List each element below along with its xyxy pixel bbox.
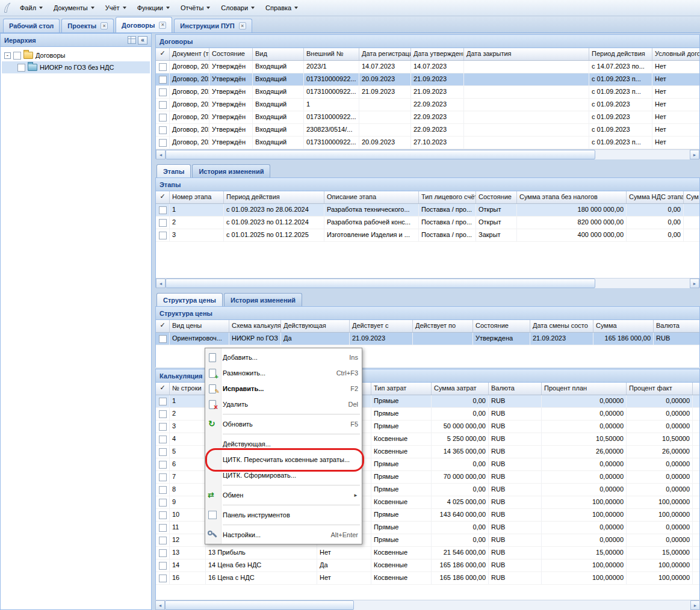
menu-file[interactable]: Файл (14, 2, 48, 14)
close-icon[interactable]: × (159, 22, 166, 29)
context-menu-item-8[interactable]: Действующая... (205, 436, 362, 452)
context-menu-item-6[interactable]: ОбновитьF5 (205, 416, 362, 432)
calc-row-13[interactable]: 1313 ПрибыльНетКосвенные21 546 000,00RUB… (156, 547, 699, 559)
row-checkbox[interactable] (159, 511, 167, 519)
row-checkbox[interactable] (159, 139, 167, 147)
contracts-column-header-2[interactable]: Состояние (209, 48, 253, 60)
calc-row-15[interactable]: 1616 Цена с НДСНетКосвенные165 186 000,0… (156, 572, 699, 585)
collapse-node-icon[interactable]: - (4, 52, 11, 59)
menu-help[interactable]: Справка (260, 2, 303, 14)
row-checkbox[interactable] (159, 473, 167, 481)
price-column-header-4[interactable]: Действует с (350, 320, 413, 332)
contracts-row-1[interactable]: Договор, 2023/...УтверждёнВходящий2023/1… (156, 61, 699, 73)
row-checkbox[interactable] (159, 410, 167, 418)
calc-column-header-1[interactable]: № строки (170, 383, 206, 395)
select-all-checkbox[interactable]: ✓ (156, 383, 170, 395)
calc-column-header-4[interactable]: Тип затрат (371, 383, 432, 395)
calc-column-header-8[interactable]: Процент факт (627, 383, 693, 395)
contracts-row-7[interactable]: Договор, 2023/...УтверждёнВходящий017310… (156, 137, 699, 149)
calc-row-14[interactable]: 1414 Цена без НДСДаКосвенные165 186 000,… (156, 559, 699, 572)
contracts-column-header-9[interactable]: Условный догов (652, 48, 699, 60)
select-all-checkbox[interactable]: ✓ (156, 191, 170, 203)
contracts-column-header-8[interactable]: Период действия (589, 48, 652, 60)
stages-column-header-7[interactable]: Сумма НДС этапа (627, 191, 684, 203)
contracts-column-header-3[interactable]: Вид (253, 48, 304, 60)
row-checkbox[interactable] (159, 436, 167, 443)
price-tab-1[interactable]: Структура цены (156, 293, 223, 306)
context-menu-item-9[interactable]: ЦИТК. Пересчитать косвенные затраты... (205, 452, 362, 467)
row-checkbox[interactable] (159, 88, 167, 96)
row-checkbox[interactable] (159, 219, 167, 227)
context-menu-item-3[interactable]: Исправить...F2 (205, 381, 362, 396)
stages-column-header-2[interactable]: Период действия (224, 191, 324, 203)
select-all-checkbox[interactable]: ✓ (156, 320, 170, 332)
price-column-header-5[interactable]: Действует по (413, 320, 473, 332)
stages-tab-2[interactable]: История изменений (192, 164, 270, 177)
scrollbar-track[interactable] (166, 150, 690, 159)
tree-node-contracts[interactable]: - Договоры (2, 49, 150, 61)
scrollbar-thumb[interactable] (165, 600, 354, 610)
context-menu-item-16[interactable]: Настройки...Alt+Enter (205, 527, 362, 543)
row-checkbox[interactable] (159, 537, 167, 544)
contracts-row-4[interactable]: Договор, 2023/...УтверждёнВходящий122.09… (156, 99, 699, 111)
context-menu-item-2[interactable]: Размножить...Ctrl+F3 (205, 365, 362, 381)
stages-tab-1[interactable]: Этапы (156, 164, 191, 177)
scroll-left-button[interactable]: ◄ (156, 150, 166, 159)
row-checkbox[interactable] (159, 461, 167, 469)
stages-row-1[interactable]: 1с 01.09.2023 по 28.06.2024Разработка те… (156, 204, 699, 217)
contracts-column-header-4[interactable]: Внешний № (304, 48, 359, 60)
stages-row-3[interactable]: 3с 01.01.2025 по 01.12.2025Изготовление … (156, 229, 699, 242)
stages-column-header-6[interactable]: Сумма этапа без налогов (517, 191, 627, 203)
price-column-header-7[interactable]: Дата смены состо (530, 320, 593, 332)
contracts-row-3[interactable]: Договор, 2023/...УтверждёнВходящий017310… (156, 86, 699, 99)
scroll-right-button[interactable]: ► (690, 279, 699, 288)
price-tab-2[interactable]: История изменений (224, 293, 302, 306)
stages-column-header-5[interactable]: Состояние (476, 191, 517, 203)
context-menu-item-4[interactable]: УдалитьDel (205, 396, 362, 412)
menu-functions[interactable]: Функции (132, 2, 175, 14)
row-checkbox[interactable] (159, 206, 167, 214)
price-column-header-3[interactable]: Действующая (281, 320, 350, 332)
price-column-header-1[interactable]: Вид цены (170, 320, 229, 332)
tab-instructions[interactable]: Инструкции ПУП× (174, 19, 252, 32)
tree-node-checkbox[interactable] (13, 52, 21, 60)
price-row-1[interactable]: Ориентировоч...НИОКР по ГОЗ ...Да21.09.2… (156, 333, 699, 345)
contracts-row-5[interactable]: Договор, 2023/...УтверждёнВходящий017310… (156, 111, 699, 124)
close-icon[interactable]: × (239, 22, 246, 29)
stages-hscrollbar[interactable]: ◄ ► (156, 278, 699, 288)
stages-column-header-4[interactable]: Тип лицевого счёт (419, 191, 476, 203)
price-column-header-8[interactable]: Сумма (593, 320, 654, 332)
row-checkbox[interactable] (159, 335, 167, 343)
scroll-right-button[interactable]: ► (690, 600, 700, 610)
menu-reports[interactable]: Отчёты (175, 2, 215, 14)
stages-column-header-3[interactable]: Описание этапа (324, 191, 419, 203)
row-checkbox[interactable] (159, 114, 167, 122)
context-menu-item-14[interactable]: Панель инструментов (205, 507, 362, 523)
context-menu-item-1[interactable]: Добавить...Ins (205, 350, 362, 365)
calc-column-header-6[interactable]: Валюта (489, 383, 542, 395)
main-hscrollbar[interactable]: ◄ ► (155, 600, 700, 610)
scroll-right-button[interactable]: ► (690, 150, 699, 159)
price-column-header-9[interactable]: Валюта (654, 320, 699, 332)
stages-column-header-1[interactable]: Номер этапа (170, 191, 224, 203)
row-checkbox[interactable] (159, 575, 167, 582)
row-checkbox[interactable] (159, 101, 167, 109)
contracts-column-header-7[interactable]: Дата закрытия (464, 48, 589, 60)
scrollbar-thumb[interactable] (166, 150, 595, 159)
scroll-left-button[interactable]: ◄ (156, 279, 166, 288)
scrollbar-thumb[interactable] (166, 279, 595, 288)
row-checkbox[interactable] (159, 232, 167, 239)
price-column-header-6[interactable]: Состояние (473, 320, 530, 332)
calc-column-header-7[interactable]: Процент план (542, 383, 627, 395)
tab-contracts[interactable]: Договоры× (116, 17, 172, 32)
contracts-hscrollbar[interactable]: ◄ ► (156, 149, 699, 159)
context-menu-item-10[interactable]: ЦИТК. Сформировать... (205, 467, 362, 483)
contracts-column-header-6[interactable]: Дата утверждения (411, 48, 464, 60)
row-checkbox[interactable] (159, 562, 167, 570)
row-checkbox[interactable] (159, 76, 167, 84)
row-checkbox[interactable] (159, 126, 167, 134)
context-menu-item-12[interactable]: Обмен► (205, 487, 362, 503)
calc-column-header-5[interactable]: Сумма затрат (432, 383, 489, 395)
contracts-column-header-5[interactable]: Дата регистрации (359, 48, 411, 60)
tab-projects[interactable]: Проекты× (61, 19, 114, 32)
